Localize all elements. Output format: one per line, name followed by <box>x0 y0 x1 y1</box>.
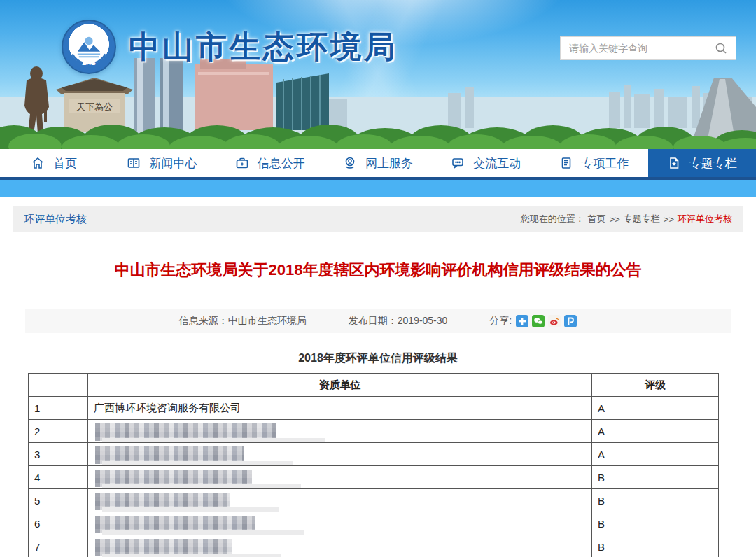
nav-label: 首页 <box>53 155 77 171</box>
wechat-share-icon[interactable] <box>532 315 545 327</box>
nav-item-online-service[interactable]: 网上服务 <box>324 149 432 177</box>
breadcrumb-separator: >> <box>610 214 620 225</box>
col-rating-header: 评级 <box>592 374 719 397</box>
site-title: 中山市生态环境局 <box>129 27 398 68</box>
table-row: 6 B <box>29 512 719 535</box>
document-icon <box>559 156 573 170</box>
share-more-icon[interactable] <box>516 315 528 327</box>
sub-nav-strip <box>0 180 756 197</box>
rating-value: A <box>592 443 719 466</box>
title-divider <box>25 299 731 299</box>
table-row: 3 A <box>29 443 719 466</box>
row-number: 1 <box>29 397 88 420</box>
breadcrumb: 您现在的位置： 首页 >> 专题专栏 >> 环评单位考核 <box>521 213 732 225</box>
nav-item-info-disclosure[interactable]: 信息公开 <box>216 149 324 177</box>
redacted-company-name <box>95 423 276 441</box>
article-meta-bar: 信息来源：中山市生态环境局 发布日期：2019-05-30 分享: <box>25 309 731 333</box>
share-label: 分享: <box>489 315 512 327</box>
search-button[interactable] <box>712 39 730 57</box>
briefcase-icon <box>235 156 249 170</box>
search-icon <box>715 42 727 55</box>
breadcrumb-bar: 环评单位考核 您现在的位置： 首页 >> 专题专栏 >> 环评单位考核 <box>13 206 743 232</box>
site-brand[interactable]: ZHB 中山市生态环境局 <box>62 20 398 74</box>
publish-date: 发布日期：2019-05-30 <box>349 315 448 327</box>
search-box <box>560 36 736 60</box>
nav-label: 网上服务 <box>365 155 413 171</box>
nav-label: 信息公开 <box>258 155 305 171</box>
search-input[interactable] <box>569 43 712 54</box>
news-icon <box>127 156 141 170</box>
row-number: 4 <box>29 466 88 489</box>
table-row: 7 B <box>29 535 719 557</box>
nav-item-interaction[interactable]: 交流互动 <box>432 149 540 177</box>
page: 天下為公 <box>0 0 756 557</box>
redacted-company-name <box>95 539 232 556</box>
online-service-icon <box>343 156 357 170</box>
logo-text: ZHB <box>82 59 96 66</box>
nav-item-news[interactable]: 新闻中心 <box>108 149 216 177</box>
row-number: 6 <box>29 512 88 535</box>
nav-label: 专项工作 <box>582 155 629 171</box>
row-number: 2 <box>29 420 88 443</box>
breadcrumb-separator: >> <box>664 214 674 225</box>
main-nav: 首页 新闻中心 信息公开 网上服务 <box>0 149 756 177</box>
bureau-logo: ZHB <box>62 20 116 74</box>
col-company-header: 资质单位 <box>88 374 592 397</box>
home-icon <box>31 156 45 170</box>
nav-item-home[interactable]: 首页 <box>0 149 108 177</box>
rating-value: B <box>592 466 719 489</box>
location-prefix: 您现在的位置： <box>521 213 584 225</box>
table-row: 4 B <box>29 466 719 489</box>
qzone-share-icon[interactable] <box>564 315 577 327</box>
table-row: 1 广西博环环境咨询服务有限公司 A <box>29 397 719 420</box>
rating-value: B <box>592 535 719 557</box>
info-source: 信息来源：中山市生态环境局 <box>179 315 307 327</box>
nav-item-special-work[interactable]: 专项工作 <box>540 149 648 177</box>
header-banner: 天下為公 <box>0 0 756 149</box>
nav-label: 交流互动 <box>473 155 521 171</box>
redacted-company-name <box>95 446 244 464</box>
rating-table: 资质单位 评级 1 广西博环环境咨询服务有限公司 A 2 A 3 A 4 B 5… <box>28 373 719 557</box>
section-title: 环评单位考核 <box>24 213 87 226</box>
rating-value: B <box>592 489 719 512</box>
rating-value: A <box>592 420 719 443</box>
article-title: 中山市生态环境局关于2018年度辖区内环境影响评价机构信用评级结果的公告 <box>0 260 756 281</box>
star-document-icon <box>667 156 681 170</box>
table-caption: 2018年度环评单位信用评级结果 <box>0 351 756 366</box>
redacted-company-name <box>95 516 255 533</box>
col-index-header <box>29 374 88 397</box>
table-row: 5 B <box>29 489 719 512</box>
breadcrumb-home[interactable]: 首页 <box>588 213 606 225</box>
table-header-row: 资质单位 评级 <box>29 374 719 397</box>
nav-label: 新闻中心 <box>149 155 197 171</box>
redacted-company-name <box>95 493 230 510</box>
nav-item-special-column[interactable]: 专题专栏 <box>648 149 756 177</box>
rating-value: B <box>592 512 719 535</box>
weibo-share-icon[interactable] <box>548 315 561 327</box>
breadcrumb-current[interactable]: 环评单位考核 <box>678 213 732 225</box>
share-group: 分享: <box>489 315 577 327</box>
row-number: 5 <box>29 489 88 512</box>
row-number: 7 <box>29 535 88 557</box>
chat-icon <box>451 156 465 170</box>
nav-label: 专题专栏 <box>690 155 737 171</box>
table-row: 2 A <box>29 420 719 443</box>
redacted-company-name <box>95 470 252 487</box>
rating-value: A <box>592 397 719 420</box>
row-number: 3 <box>29 443 88 466</box>
breadcrumb-special-column[interactable]: 专题专栏 <box>624 213 660 225</box>
gate-inscription: 天下為公 <box>76 101 113 112</box>
company-name: 广西博环环境咨询服务有限公司 <box>88 397 592 420</box>
